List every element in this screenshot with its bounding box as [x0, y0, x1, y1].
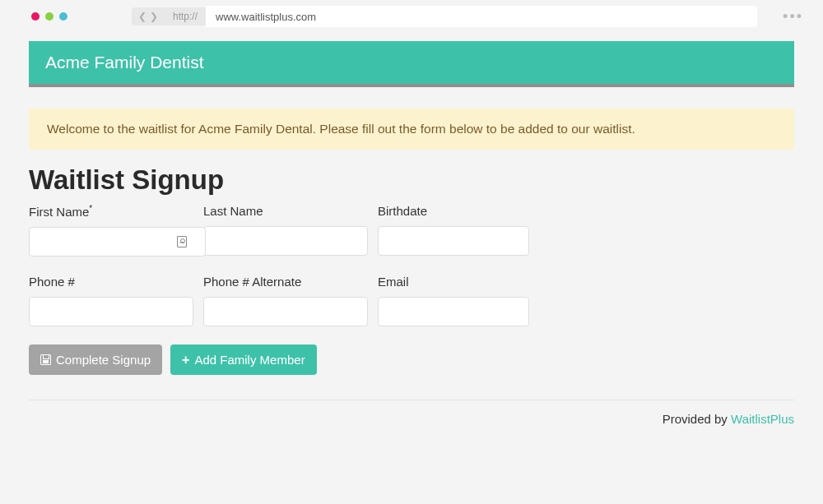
- last-name-group: Last Name: [203, 204, 368, 257]
- address-bar-area: ❮ ❯ http://: [132, 6, 757, 27]
- page-title: Waitlist Signup: [29, 164, 794, 196]
- footer: Provided by WaitlistPlus: [29, 400, 794, 437]
- window-close-icon[interactable]: [31, 12, 40, 21]
- first-name-label: First Name*: [29, 204, 193, 219]
- phone-label: Phone #: [29, 275, 193, 289]
- url-input[interactable]: [206, 6, 757, 27]
- company-name: Acme Family Dentist: [45, 53, 204, 72]
- last-name-label: Last Name: [203, 204, 368, 218]
- first-name-input[interactable]: [29, 227, 206, 257]
- welcome-alert: Welcome to the waitlist for Acme Family …: [29, 109, 794, 150]
- phone-alt-group: Phone # Alternate: [203, 275, 368, 326]
- window-maximize-icon[interactable]: [59, 12, 67, 21]
- protocol-label: http://: [165, 7, 206, 25]
- first-name-group: First Name*: [29, 204, 193, 257]
- complete-signup-label: Complete Signup: [56, 353, 151, 367]
- email-group: Email: [378, 275, 529, 326]
- nav-arrows: ❮ ❯: [132, 7, 165, 25]
- footer-prefix: Provided by: [663, 412, 731, 426]
- add-family-label: Add Family Member: [194, 353, 305, 367]
- phone-alt-label: Phone # Alternate: [203, 275, 368, 289]
- last-name-input[interactable]: [203, 226, 368, 256]
- birthdate-label: Birthdate: [378, 204, 529, 218]
- email-input[interactable]: [378, 297, 529, 326]
- birthdate-group: Birthdate: [378, 204, 529, 257]
- traffic-lights: [31, 12, 67, 21]
- add-family-member-button[interactable]: + Add Family Member: [170, 344, 317, 375]
- plus-icon: +: [182, 354, 189, 367]
- complete-signup-button[interactable]: Complete Signup: [29, 344, 162, 375]
- alert-text: Welcome to the waitlist for Acme Family …: [47, 122, 635, 136]
- more-menu-icon[interactable]: •••: [783, 8, 803, 25]
- window-minimize-icon[interactable]: [45, 12, 53, 21]
- email-label: Email: [378, 275, 529, 289]
- forward-icon[interactable]: ❯: [150, 11, 158, 22]
- birthdate-input[interactable]: [378, 226, 529, 256]
- phone-group: Phone #: [29, 275, 193, 326]
- waitlistplus-link[interactable]: WaitlistPlus: [731, 412, 794, 426]
- phone-alt-input[interactable]: [203, 297, 368, 326]
- company-header: Acme Family Dentist: [29, 41, 794, 87]
- phone-input[interactable]: [29, 297, 193, 326]
- back-icon[interactable]: ❮: [138, 11, 146, 22]
- browser-chrome: ❮ ❯ http:// •••: [0, 0, 823, 33]
- save-icon: [40, 354, 51, 365]
